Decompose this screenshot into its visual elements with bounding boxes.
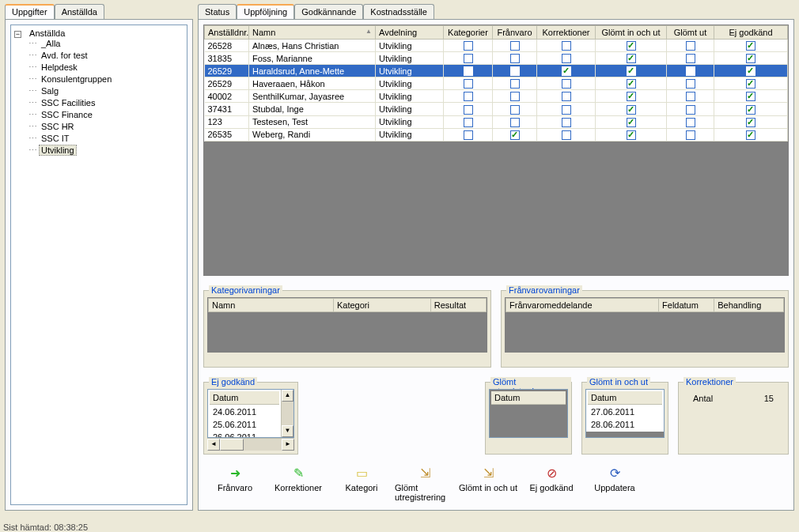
checkbox-icon[interactable] bbox=[562, 92, 571, 101]
grid-cell-checkbox[interactable] bbox=[444, 90, 493, 103]
checkbox-icon[interactable] bbox=[746, 92, 755, 101]
table-row[interactable]: 26535Weberg, RandiUtvikling bbox=[205, 128, 788, 141]
checkbox-icon[interactable] bbox=[562, 105, 571, 115]
date-row[interactable]: 28.06.2011 bbox=[588, 419, 662, 430]
ej-godkand-scroll[interactable]: ▲ ▼ bbox=[281, 390, 293, 437]
kv-col-namn[interactable]: Namn bbox=[209, 299, 334, 312]
grid-cell-checkbox[interactable] bbox=[537, 90, 596, 103]
scroll-left-icon[interactable]: ◄ bbox=[207, 439, 220, 451]
checkbox-icon[interactable] bbox=[510, 105, 520, 115]
tab-status[interactable]: Status bbox=[198, 4, 237, 19]
checkbox-icon[interactable] bbox=[510, 130, 520, 140]
checkbox-icon[interactable] bbox=[562, 54, 571, 63]
checkbox-icon[interactable] bbox=[627, 92, 636, 101]
checkbox-icon[interactable] bbox=[746, 66, 755, 76]
grid-column-header[interactable]: Korrektioner bbox=[537, 26, 596, 40]
grid-cell-checkbox[interactable] bbox=[493, 77, 537, 90]
fv-col-behandling[interactable]: Behandling bbox=[714, 299, 784, 312]
checkbox-icon[interactable] bbox=[464, 130, 473, 140]
checkbox-icon[interactable] bbox=[562, 41, 571, 51]
grid-cell-checkbox[interactable] bbox=[537, 115, 596, 128]
grid-cell-checkbox[interactable] bbox=[493, 90, 537, 103]
table-row[interactable]: 31835Foss, MarianneUtvikling bbox=[205, 52, 788, 65]
toolbar-button[interactable]: ➜Frånvaro bbox=[205, 466, 265, 502]
checkbox-icon[interactable] bbox=[686, 105, 695, 115]
grid-cell-checkbox[interactable] bbox=[667, 52, 714, 65]
grid-cell-checkbox[interactable] bbox=[493, 128, 537, 141]
checkbox-icon[interactable] bbox=[510, 41, 520, 51]
grid-cell-checkbox[interactable] bbox=[596, 52, 667, 65]
grid-column-header[interactable]: Anställdnr. bbox=[205, 26, 249, 40]
checkbox-icon[interactable] bbox=[464, 54, 473, 63]
grid-cell-checkbox[interactable] bbox=[714, 115, 788, 128]
grid-cell-checkbox[interactable] bbox=[714, 103, 788, 115]
checkbox-icon[interactable] bbox=[627, 66, 636, 76]
tab-uppgifter[interactable]: Uppgifter bbox=[5, 4, 55, 19]
tree-item[interactable]: ⋯SSC Finance bbox=[28, 109, 185, 121]
grid-cell-checkbox[interactable] bbox=[596, 128, 667, 141]
kv-col-resultat[interactable]: Resultat bbox=[430, 299, 486, 312]
grid-cell-checkbox[interactable] bbox=[444, 115, 493, 128]
grid-cell-checkbox[interactable] bbox=[444, 77, 493, 90]
checkbox-icon[interactable] bbox=[627, 130, 636, 140]
checkbox-icon[interactable] bbox=[464, 79, 473, 89]
grid-cell-checkbox[interactable] bbox=[667, 90, 714, 103]
employee-grid[interactable]: Anställdnr.Namn▲AvdelningKategorierFrånv… bbox=[203, 25, 789, 276]
toolbar-button[interactable]: ⇲Glömt utregistrering bbox=[395, 466, 455, 502]
grid-cell-checkbox[interactable] bbox=[493, 115, 537, 128]
grid-cell-checkbox[interactable] bbox=[596, 65, 667, 77]
date-row[interactable]: 25.06.2011 bbox=[210, 419, 279, 430]
checkbox-icon[interactable] bbox=[510, 92, 520, 101]
checkbox-icon[interactable] bbox=[510, 118, 520, 127]
grid-cell-checkbox[interactable] bbox=[537, 103, 596, 115]
checkbox-icon[interactable] bbox=[627, 79, 636, 89]
checkbox-icon[interactable] bbox=[510, 54, 520, 63]
glomt-utreg-header[interactable]: Datum bbox=[491, 391, 566, 405]
grid-column-header[interactable]: Kategorier bbox=[444, 26, 493, 40]
grid-cell-checkbox[interactable] bbox=[596, 115, 667, 128]
grid-cell-checkbox[interactable] bbox=[493, 52, 537, 65]
checkbox-icon[interactable] bbox=[464, 92, 473, 101]
tree-collapse-icon[interactable]: − bbox=[14, 31, 21, 38]
grid-cell-checkbox[interactable] bbox=[444, 128, 493, 141]
checkbox-icon[interactable] bbox=[686, 66, 695, 76]
grid-cell-checkbox[interactable] bbox=[667, 115, 714, 128]
grid-column-header[interactable]: Namn▲ bbox=[249, 26, 376, 40]
checkbox-icon[interactable] bbox=[686, 79, 695, 89]
tab-kostnadsstalle[interactable]: Kostnadsställe bbox=[363, 4, 434, 19]
tree-root-label[interactable]: Anställda bbox=[27, 28, 67, 39]
date-row[interactable]: 24.06.2011 bbox=[210, 406, 279, 417]
table-row[interactable]: 26529Haraldsrud, Anne-MetteUtvikling bbox=[205, 65, 788, 77]
toolbar-button[interactable]: ▭Kategori bbox=[331, 466, 392, 502]
checkbox-icon[interactable] bbox=[686, 130, 695, 140]
grid-cell-checkbox[interactable] bbox=[667, 128, 714, 141]
checkbox-icon[interactable] bbox=[510, 79, 520, 89]
table-row[interactable]: 37431Stubdal, IngeUtvikling bbox=[205, 103, 788, 115]
checkbox-icon[interactable] bbox=[686, 118, 695, 127]
grid-cell-checkbox[interactable] bbox=[667, 77, 714, 90]
grid-column-header[interactable]: Glömt in och ut bbox=[596, 26, 667, 40]
scroll-down-icon[interactable]: ▼ bbox=[282, 425, 293, 437]
date-row[interactable]: 26.06.2011 bbox=[210, 432, 279, 438]
grid-column-header[interactable]: Avdelning bbox=[376, 26, 444, 40]
tree-item[interactable]: ⋯SSC IT bbox=[28, 133, 185, 145]
fv-col-feldatum[interactable]: Feldatum bbox=[659, 299, 714, 312]
grid-cell-checkbox[interactable] bbox=[537, 77, 596, 90]
grid-cell-checkbox[interactable] bbox=[444, 40, 493, 52]
grid-cell-checkbox[interactable] bbox=[493, 65, 537, 77]
checkbox-icon[interactable] bbox=[746, 118, 755, 127]
checkbox-icon[interactable] bbox=[464, 105, 473, 115]
grid-cell-checkbox[interactable] bbox=[493, 40, 537, 52]
tree-item[interactable]: ⋯SSC HR bbox=[28, 121, 185, 133]
table-row[interactable]: 26528Alnæs, Hans ChristianUtvikling bbox=[205, 40, 788, 52]
checkbox-icon[interactable] bbox=[562, 66, 571, 76]
checkbox-icon[interactable] bbox=[686, 54, 695, 63]
checkbox-icon[interactable] bbox=[464, 41, 473, 51]
tab-godkannande[interactable]: Godkännande bbox=[294, 4, 363, 19]
checkbox-icon[interactable] bbox=[686, 41, 695, 51]
fv-col-msg[interactable]: Frånvaromeddelande bbox=[506, 299, 659, 312]
tree-item[interactable]: ⋯_Alla bbox=[28, 38, 185, 50]
grid-column-header[interactable]: Ej godkänd bbox=[714, 26, 788, 40]
grid-cell-checkbox[interactable] bbox=[537, 128, 596, 141]
glomt-inut-header[interactable]: Datum bbox=[588, 391, 662, 405]
